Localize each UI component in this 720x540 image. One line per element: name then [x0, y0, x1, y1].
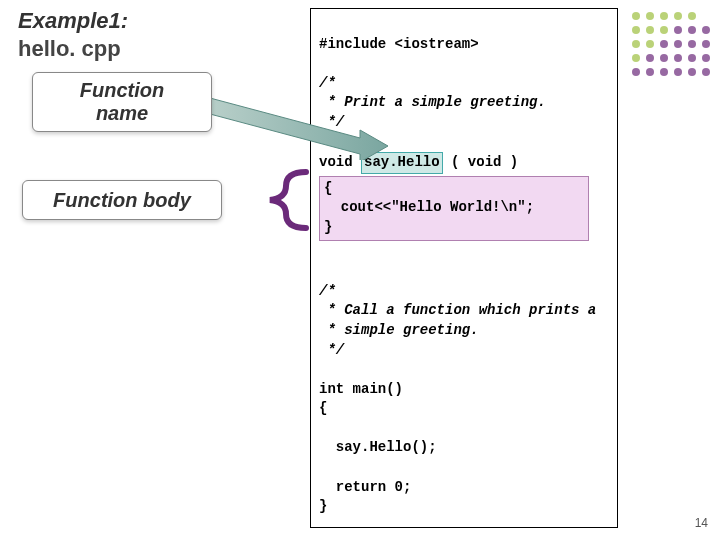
page-number: 14 [695, 516, 708, 530]
svg-point-10 [646, 40, 654, 48]
slide-subtitle: hello. cpp [18, 36, 121, 62]
svg-point-26 [660, 68, 668, 76]
code-comment2-close: */ [319, 342, 344, 358]
svg-point-12 [674, 26, 682, 34]
svg-point-13 [688, 26, 696, 34]
label-function-name-text: Function name [80, 79, 164, 125]
svg-point-19 [646, 54, 654, 62]
svg-point-22 [688, 54, 696, 62]
code-return: return 0; [319, 479, 411, 495]
svg-point-27 [674, 68, 682, 76]
decorative-dots-icon [626, 6, 714, 94]
svg-point-15 [660, 40, 668, 48]
svg-point-9 [632, 40, 640, 48]
svg-point-29 [702, 68, 710, 76]
label-function-body-text: Function body [53, 189, 191, 212]
brace-function-body [256, 168, 312, 232]
svg-point-3 [660, 12, 668, 20]
svg-point-20 [660, 54, 668, 62]
svg-point-16 [674, 40, 682, 48]
code-comment2-open: /* [319, 283, 336, 299]
code-brace-open: { [319, 400, 327, 416]
code-main-decl: int main() [319, 381, 403, 397]
svg-point-18 [702, 40, 710, 48]
svg-point-23 [702, 54, 710, 62]
code-comment2-line: * Call a function which prints a [319, 302, 596, 318]
svg-point-14 [702, 26, 710, 34]
label-function-body: Function body [22, 180, 222, 220]
code-box: #include <iostream> /* * Print a simple … [310, 8, 618, 528]
code-include: #include <iostream> [319, 36, 479, 52]
svg-point-7 [646, 26, 654, 34]
svg-point-2 [646, 12, 654, 20]
svg-point-1 [632, 12, 640, 20]
code-comment-open: /* [319, 75, 336, 91]
code-call: say.Hello(); [319, 439, 437, 455]
svg-point-4 [674, 12, 682, 20]
svg-point-21 [674, 54, 682, 62]
svg-point-28 [688, 68, 696, 76]
svg-point-17 [688, 40, 696, 48]
fn-body-highlight: { cout<<"Hello World!\n"; } [319, 176, 589, 241]
code-brace-close: } [319, 498, 327, 514]
slide-title: Example1: [18, 8, 128, 34]
svg-point-8 [660, 26, 668, 34]
code-comment2-line: * simple greeting. [319, 322, 479, 338]
label-function-name: Function name [32, 72, 212, 132]
svg-point-6 [632, 26, 640, 34]
svg-point-25 [646, 68, 654, 76]
svg-marker-0 [210, 98, 388, 160]
svg-point-11 [632, 54, 640, 62]
svg-point-5 [688, 12, 696, 20]
svg-point-24 [632, 68, 640, 76]
